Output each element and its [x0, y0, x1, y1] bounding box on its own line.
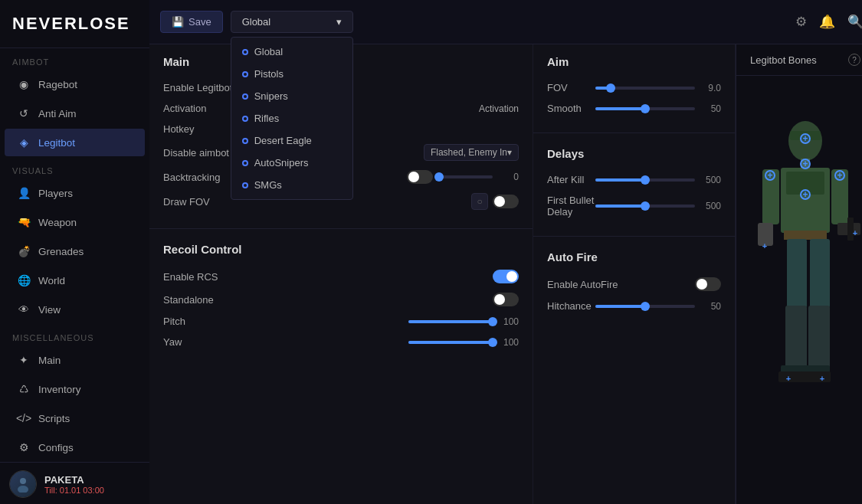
svg-rect-7: [784, 231, 827, 240]
dropdown-item-rifles[interactable]: Rifles: [231, 107, 352, 129]
svg-rect-13: [787, 239, 807, 308]
dropdown-item-smgs[interactable]: SMGs: [231, 174, 352, 196]
dropdown-item-snipers[interactable]: Snipers: [231, 85, 352, 107]
sidebar-item-anti-aim[interactable]: ↺ Anti Aim: [5, 100, 145, 127]
dropdown-item-pistols[interactable]: Pistols: [231, 63, 352, 85]
yaw-track[interactable]: [408, 341, 493, 344]
right-panel-header: Legitbot Bones ?: [736, 44, 862, 76]
till-label: Till:: [44, 486, 57, 495]
enable-rcs-toggle[interactable]: [493, 270, 519, 283]
backtracking-label: Backtracking: [163, 172, 220, 183]
svg-rect-16: [810, 239, 830, 308]
sidebar-item-inventory-label: Inventory: [38, 384, 81, 395]
avatar-inner: [10, 470, 36, 498]
sidebar-item-scripts-label: Scripts: [38, 413, 70, 424]
bell-icon[interactable]: 🔔: [819, 14, 835, 30]
settings-col: Aim FOV 9.0 Smooth: [533, 44, 736, 504]
logo: NEVERLOSE: [0, 0, 149, 48]
aim-section-title: Aim: [547, 55, 721, 68]
enable-rcs-row: Enable RCS: [163, 265, 519, 288]
sidebar-item-inventory[interactable]: ♺ Inventory: [5, 375, 145, 403]
backtracking-value: 0: [499, 172, 519, 182]
backtracking-toggle[interactable]: [407, 170, 433, 184]
bone-neck[interactable]: [800, 159, 811, 169]
help-icon[interactable]: ?: [848, 54, 860, 66]
draw-fov-toggle[interactable]: [493, 195, 519, 208]
anti-aim-icon: ↺: [17, 106, 31, 120]
weapon-dropdown-button[interactable]: Global ▾: [231, 11, 353, 33]
bone-left-shoulder[interactable]: [765, 170, 775, 181]
character-svg: [736, 99, 862, 482]
right-panel: Legitbot Bones ?: [736, 44, 862, 504]
sidebar-item-players-label: Players: [38, 188, 73, 199]
backtracking-track[interactable]: [439, 175, 493, 178]
inventory-icon: ♺: [17, 382, 31, 396]
bone-cross-left-foot[interactable]: +: [786, 374, 791, 383]
pitch-label: Pitch: [163, 316, 185, 327]
settings-icon[interactable]: ⚙: [795, 14, 807, 30]
bone-cross-left-hand[interactable]: +: [762, 241, 767, 250]
snipers-dot: [242, 93, 248, 100]
sidebar-item-main[interactable]: ✦ Main: [5, 346, 145, 374]
sidebar-item-view[interactable]: 👁 View: [5, 296, 145, 323]
search-icon[interactable]: 🔍: [847, 14, 862, 30]
dropdown-selected-label: Global: [242, 16, 271, 28]
smooth-value: 50: [701, 103, 721, 114]
bone-right-shoulder[interactable]: [834, 170, 845, 181]
enable-autofire-toggle[interactable]: [695, 277, 721, 291]
smooth-track[interactable]: [595, 107, 695, 110]
save-button[interactable]: 💾 Save: [160, 11, 223, 33]
fov-slider-row: 9.0: [595, 83, 721, 93]
fov-track[interactable]: [595, 87, 695, 90]
pitch-track[interactable]: [408, 320, 493, 323]
dropdown-item-desert-eagle[interactable]: Desert Eagle: [231, 129, 352, 152]
draw-fov-circle-icon[interactable]: ○: [471, 193, 488, 210]
sidebar-item-world[interactable]: 🌐 World: [5, 267, 145, 294]
bone-cross-right-hand[interactable]: +: [853, 228, 857, 237]
sidebar-item-ragebot[interactable]: ◉ Ragebot: [5, 70, 145, 98]
enable-autofire-label: Enable AutoFire: [547, 279, 618, 290]
activation-value: Activation: [479, 103, 519, 114]
sidebar-item-legitbot[interactable]: ◈ Legitbot: [5, 129, 145, 156]
bone-cross-right-foot[interactable]: +: [820, 374, 824, 383]
aimbot-section-label: Aimbot: [0, 48, 149, 70]
draw-fov-label: Draw FOV: [163, 196, 210, 208]
after-kill-track[interactable]: [595, 178, 695, 182]
after-kill-slider-row: 500: [595, 175, 721, 185]
dropdown-item-pistols-label: Pistols: [254, 68, 284, 80]
standalone-toggle[interactable]: [493, 293, 519, 306]
disable-aimbot-label: Disable aimbot if: [163, 147, 237, 159]
chevron-down-icon: ▾: [336, 16, 342, 28]
user-info: PAKETA Till: 01.01 03:00: [44, 474, 104, 495]
autofire-section-title: Auto Fire: [547, 250, 721, 263]
bone-head[interactable]: [800, 133, 811, 144]
hitchance-row: Hitchance 50: [547, 296, 721, 316]
disable-aimbot-value[interactable]: Flashed, Enemy In▾: [424, 144, 519, 161]
dropdown-item-global[interactable]: Global: [231, 41, 352, 63]
after-kill-row: After Kill 500: [547, 169, 721, 190]
bone-chest[interactable]: [800, 189, 811, 200]
after-kill-label: After Kill: [547, 174, 584, 185]
sidebar-item-weapon[interactable]: 🔫 Weapon: [5, 208, 145, 236]
world-icon: 🌐: [17, 273, 31, 287]
username: PAKETA: [44, 474, 104, 486]
sidebar-item-scripts[interactable]: </> Scripts: [5, 404, 145, 432]
first-bullet-track[interactable]: [595, 205, 695, 208]
main-content: 💾 Save Global ▾ Global Pistols Sniper: [149, 0, 862, 504]
autosnipers-dot: [242, 160, 248, 166]
pitch-slider-row: 100: [408, 316, 519, 327]
dropdown-item-snipers-label: Snipers: [254, 90, 288, 102]
disable-aimbot-extra: Flashed, Enemy In▾: [424, 144, 519, 161]
autofire-section: Auto Fire Enable AutoFire Hitchance 50: [533, 240, 735, 327]
sidebar-item-weapon-label: Weapon: [38, 217, 77, 228]
sidebar-item-anti-aim-label: Anti Aim: [38, 108, 77, 119]
user-till: Till: 01.01 03:00: [44, 486, 104, 495]
dropdown-item-autosnipers[interactable]: AutoSnipers: [231, 152, 352, 174]
sidebar-item-players[interactable]: 👤 Players: [5, 179, 145, 207]
sidebar-item-world-label: World: [38, 275, 65, 286]
sidebar-item-grenades[interactable]: 💣 Grenades: [5, 237, 145, 265]
hitchance-track[interactable]: [595, 305, 695, 308]
sidebar-item-main-label: Main: [38, 355, 61, 366]
dropdown-item-autosnipers-label: AutoSnipers: [254, 157, 309, 169]
sidebar-item-configs[interactable]: ⚙ Configs: [5, 434, 145, 461]
